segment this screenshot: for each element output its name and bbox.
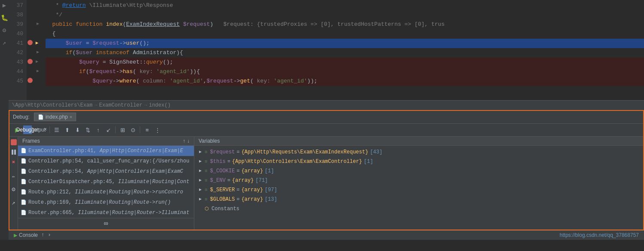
var-row-this[interactable]: ▶ ≡ $this = {App\Http\Controllers\Exam\E…	[194, 157, 643, 166]
sidebar-arrow-icon[interactable]: ↗	[3, 39, 6, 46]
sidebar-gear-icon[interactable]: ⚙	[3, 27, 6, 34]
status-up-icon[interactable]: ↑	[41, 232, 44, 238]
pause-button[interactable]	[12, 150, 16, 155]
debug-panel: Debug: 📄 index.php × ▶ Debugger Output ×…	[9, 110, 644, 230]
var-eq-this: =	[227, 158, 230, 165]
main-layout: ▶ 🐛 ⚙ ↗ 37 38 39 40 41 42 43 44 45	[0, 0, 644, 240]
remove-button[interactable]: ✖	[12, 159, 15, 165]
stop-button[interactable]	[11, 139, 17, 145]
toolbar-step-out-btn[interactable]: ⇅	[83, 126, 92, 134]
breakpoint-43[interactable]	[28, 59, 33, 64]
frame-text-0: ExamController.php:41, App|Http|Controll…	[28, 147, 183, 155]
toolbar-grid-btn[interactable]: ⊞	[118, 126, 127, 134]
frames-sort-up[interactable]: ↑	[183, 138, 185, 144]
code-line-42: if($user instanceof Administrator){	[46, 48, 644, 58]
var-row-constants[interactable]: ⬡ Constants	[194, 204, 643, 214]
toolbar-sep-3	[140, 126, 140, 133]
debug-panels: ✖ ✏ ⚙ ↗ Frames ↑ ↓	[9, 137, 643, 230]
frame-item-1[interactable]: 📄 Controller.php:54, call_user_func_arra…	[18, 156, 194, 166]
toolbar-step-into-btn[interactable]: ⬇	[73, 126, 82, 134]
var-name-env: $_ENV	[210, 177, 226, 184]
frames-sort-buttons: ↑ ↓	[183, 138, 190, 144]
toolbar-sep-1	[49, 126, 50, 133]
gutter-40	[27, 28, 42, 38]
variables-list: ▶ ≡ $request = {App\Http\Requests\Exam\E…	[194, 146, 643, 230]
toolbar-step-over-btn[interactable]: ⬆	[63, 126, 71, 134]
variables-panel-header: Variables	[194, 137, 643, 146]
variables-header-label: Variables	[199, 138, 220, 144]
var-expand-server[interactable]: ▶	[198, 187, 203, 193]
frame-item-6[interactable]: 📄 Router.php:665, Illuminate|Routing|Rou…	[18, 208, 194, 218]
toolbar-more-btn[interactable]: ⋮	[153, 126, 162, 134]
sidebar-run-icon[interactable]: ▶	[3, 2, 6, 9]
status-url: https://blog.csdn.net/qq_37868757	[560, 232, 639, 238]
status-right-arrow[interactable]: ›	[48, 232, 51, 238]
code-line-37: * @return \Illuminate\Http\Response	[46, 1, 644, 10]
var-row-env[interactable]: ▶ ≡ $_ENV = {array} [71]	[194, 176, 643, 185]
var-name-request: $request	[210, 148, 235, 156]
output-button[interactable]: Output	[34, 126, 42, 134]
toolbar-breakpoints-btn[interactable]: ≡	[143, 126, 151, 134]
output-close[interactable]: ×	[44, 127, 47, 133]
frames-list: 📄 ExamController.php:41, App|Http|Contro…	[18, 146, 194, 218]
var-eq-env: =	[227, 177, 230, 184]
breakpoint-45[interactable]	[28, 78, 33, 83]
frame-file-icon-4: 📄	[21, 188, 27, 196]
frame-item-0[interactable]: 📄 ExamController.php:41, App|Http|Contro…	[18, 146, 194, 156]
console-button[interactable]: ▶ Console	[14, 232, 38, 238]
var-count-cookie: [1]	[265, 167, 274, 175]
var-row-server[interactable]: ▶ ≡ $_SERVER = {array} [97]	[194, 185, 643, 195]
editor-section: 37 38 39 40 41 42 43 44 45	[9, 0, 644, 240]
toolbar-run-to-cursor-btn[interactable]: ↑	[94, 126, 102, 134]
var-expand-globals[interactable]: ▶	[198, 197, 203, 202]
var-name-this: $this	[210, 158, 226, 165]
frame-item-4[interactable]: 📄 Route.php:212, Illuminate|Routing|Rout…	[18, 187, 194, 197]
toolbar-sep-2	[115, 126, 116, 133]
var-row-globals[interactable]: ▶ ≡ $GLOBALS = {array} [13]	[194, 195, 643, 204]
status-left: ▶ Console ↑ ›	[14, 232, 51, 238]
breadcrumb-sep-2: →	[144, 102, 147, 108]
var-expand-request[interactable]: ▶	[198, 150, 203, 155]
var-name-globals: $GLOBALS	[210, 196, 235, 203]
breakpoint-41[interactable]	[28, 40, 33, 45]
console-play-icon: ▶	[14, 233, 17, 238]
frames-panel-header: Frames ↑ ↓	[18, 137, 194, 146]
frames-expand-more[interactable]: ∞	[18, 218, 194, 230]
breadcrumb-part-3: index()	[149, 102, 170, 108]
var-val-this: {App\Http\Controllers\Exam\ExamControlle…	[232, 158, 362, 165]
breadcrumb-sep-1: →	[94, 102, 97, 108]
sidebar-debug-icon[interactable]: 🐛	[1, 14, 8, 21]
frame-file-icon-2: 📄	[21, 168, 27, 175]
frame-item-2[interactable]: 📄 Controller.php:54, App|Http|Controller…	[18, 166, 194, 177]
code-line-45: $query->where( column: 'agent_id',$reque…	[46, 77, 644, 86]
edit-icon[interactable]: ✏	[12, 173, 15, 180]
frame-item-3[interactable]: 📄 ControllerDispatcher.php:45, Illuminat…	[18, 177, 194, 187]
gutter-38	[27, 9, 42, 19]
toolbar-list-btn[interactable]: ☰	[52, 126, 61, 134]
debug-tab-index-php[interactable]: 📄 index.php ×	[34, 113, 76, 121]
frame-text-4: Route.php:212, Illuminate|Routing|Route-…	[28, 188, 183, 196]
var-eq-globals: =	[236, 196, 239, 203]
var-expand-cookie[interactable]: ▶	[198, 168, 203, 174]
var-row-request[interactable]: ▶ ≡ $request = {App\Http\Requests\Exam\E…	[194, 147, 643, 157]
frame-file-icon-1: 📄	[21, 157, 27, 165]
var-val-globals: {array}	[241, 196, 263, 203]
gutter-39: ▶	[27, 19, 42, 28]
var-val-cookie: {array}	[241, 167, 263, 175]
toolbar-eval-btn[interactable]: ↙	[104, 126, 113, 134]
var-row-cookie[interactable]: ▶ ≡ $_COOKIE = {array} [1]	[194, 166, 643, 176]
frame-text-6: Router.php:665, Illuminate|Routing|Route…	[28, 209, 189, 217]
var-val-env: {array}	[232, 177, 254, 184]
frame-item-5[interactable]: 📄 Route.php:169, Illuminate|Routing|Rout…	[18, 197, 194, 208]
debug-label: Debug:	[13, 114, 30, 120]
debug-tab-label: index.php	[46, 114, 68, 120]
gutter-42: ▶	[27, 47, 42, 57]
var-expand-env[interactable]: ▶	[198, 178, 203, 183]
var-name-server: $_SERVER	[210, 186, 235, 194]
toolbar-settings-btn[interactable]: ⊙	[129, 126, 137, 134]
gear-icon[interactable]: ⚙	[12, 186, 15, 193]
frames-sort-down[interactable]: ↓	[187, 138, 190, 144]
debug-tab-close[interactable]: ×	[70, 114, 72, 119]
arrow-up-icon[interactable]: ↗	[12, 199, 15, 206]
var-expand-this[interactable]: ▶	[198, 159, 203, 164]
